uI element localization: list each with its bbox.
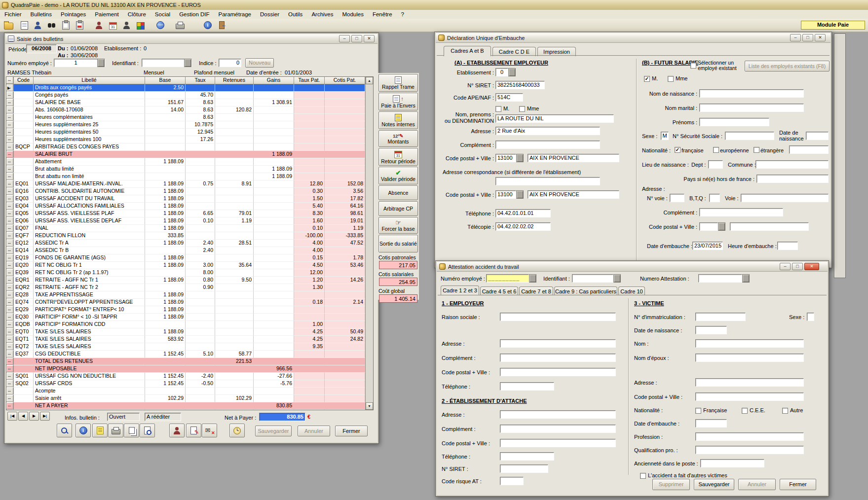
cell-taux[interactable] (186, 225, 215, 232)
table-row[interactable]: SALAIRE DE BASE151.678.631 308.91 (6, 99, 373, 107)
forcer-base-button[interactable]: ☞Forcer la base (378, 217, 418, 234)
table-row[interactable]: Brut abattu limité1 188.09 (6, 166, 373, 173)
menu-pointages[interactable]: Pointages (56, 10, 90, 18)
menu-dossier[interactable]: Dossier (256, 10, 284, 18)
cell-retenues[interactable] (215, 328, 254, 336)
cell-retenues[interactable]: 58.77 (215, 351, 254, 358)
history-button[interactable] (229, 424, 245, 437)
cell-libelle[interactable]: URSSAF CSG NON DEDUCTIBLE (34, 373, 145, 380)
cell-code[interactable]: EQ37 (14, 351, 34, 358)
row-selector[interactable] (6, 402, 14, 410)
tab-cadre-10[interactable]: Cadre 10 (618, 286, 645, 295)
cell-taux-pat[interactable] (294, 129, 325, 136)
cell-gains[interactable] (254, 92, 294, 99)
row-selector[interactable] (6, 247, 14, 254)
row-selector[interactable] (6, 336, 14, 343)
table-row[interactable]: Abattement1 188.09 (6, 158, 373, 166)
cell-taux-pat[interactable]: 1.30 (294, 284, 325, 291)
menu-archives[interactable]: Archives (307, 10, 338, 18)
cell-libelle[interactable]: TAXE APPRENTISSAGE (34, 291, 145, 299)
europeenne-checkbox[interactable] (713, 147, 719, 153)
complement-field[interactable] (500, 354, 616, 362)
table-row[interactable]: Abs. 160608-17060814.008.63120.82 (6, 107, 373, 114)
cell-gains[interactable] (254, 343, 294, 351)
cell-retenues[interactable] (215, 306, 254, 314)
app-title-bar[interactable]: QuadraPaie - demo - LA ROUTE DU NIL 1310… (0, 0, 868, 10)
cell-base[interactable] (145, 388, 186, 395)
cell-base[interactable]: 1 188.09 (145, 254, 186, 262)
cell-taux-pat[interactable] (294, 388, 325, 395)
cell-libelle[interactable]: FONDS DE GARANTIE (AGS) (34, 254, 145, 262)
cell-taux[interactable]: 0.75 (186, 180, 215, 188)
cell-taux-pat[interactable]: 0.18 (294, 299, 325, 306)
cell-taux[interactable]: 17.26 (186, 136, 215, 143)
row-selector[interactable] (6, 291, 14, 299)
cell-retenues[interactable]: 8.91 (215, 180, 254, 188)
cell-cotis-pat[interactable] (325, 121, 365, 129)
table-row[interactable]: EQF7REDUCTION FILLON333.85-100.00-333.85 (6, 232, 373, 240)
cell-cotis-pat[interactable]: 152.08 (325, 180, 365, 188)
cell-gains[interactable] (254, 114, 294, 121)
minimize-icon[interactable]: – (790, 34, 801, 41)
info-button[interactable] (201, 19, 214, 31)
row-selector[interactable] (6, 299, 14, 306)
cell-taux-pat[interactable]: 4.25 (294, 328, 325, 336)
adresse-victime-field[interactable] (695, 378, 804, 387)
cell-base[interactable]: 1 188.09 (145, 299, 186, 306)
cee-checkbox[interactable] (742, 408, 748, 414)
table-row[interactable]: Heures supplémentaires 5012.945 (6, 129, 373, 136)
cell-retenues[interactable] (215, 291, 254, 299)
row-selector[interactable] (6, 121, 14, 129)
cp-ville-field[interactable] (500, 368, 616, 376)
cell-retenues[interactable] (215, 158, 254, 166)
etablissement-dropdown[interactable] (508, 68, 516, 76)
cell-taux-pat[interactable]: 0.10 (294, 225, 325, 232)
cell-gains[interactable] (254, 306, 294, 314)
cell-taux-pat[interactable]: 9.35 (294, 343, 325, 351)
cell-cotis-pat[interactable] (325, 291, 365, 299)
cell-taux[interactable] (186, 203, 215, 210)
row-selector[interactable] (6, 328, 14, 336)
btq-field[interactable] (709, 194, 720, 202)
cell-code[interactable]: EQ19 (14, 254, 34, 262)
cell-gains[interactable]: 1 188.09 (254, 151, 294, 158)
cell-code[interactable] (14, 136, 34, 143)
cell-taux[interactable] (186, 365, 215, 373)
cell-code[interactable]: EQ05 (14, 210, 34, 217)
cell-code[interactable]: SQ02 (14, 380, 34, 388)
annuler-button[interactable]: Annuler (738, 479, 776, 490)
row-selector[interactable] (6, 195, 14, 203)
cell-retenues[interactable] (215, 321, 254, 328)
cell-code[interactable]: EQR2 (14, 284, 34, 291)
employee-button[interactable] (32, 19, 44, 31)
telephone-field[interactable]: 04.42.01.01.01 (495, 209, 551, 217)
cp-dropdown[interactable] (718, 222, 725, 231)
cell-taux[interactable]: 8.00 (186, 269, 215, 277)
cell-libelle[interactable]: Brut abattu non limité (34, 173, 145, 180)
cell-gains[interactable]: 1 188.09 (254, 173, 294, 180)
cell-code[interactable] (14, 402, 34, 410)
complement-field[interactable] (495, 141, 600, 149)
cell-taux-pat[interactable] (294, 365, 325, 373)
maximize-icon[interactable]: □ (792, 263, 803, 270)
cell-base[interactable] (145, 402, 186, 410)
cell-gains[interactable] (254, 247, 294, 254)
cell-retenues[interactable] (215, 388, 254, 395)
bulletin-calendar-button[interactable] (107, 19, 119, 31)
cell-code[interactable]: EQT1 (14, 336, 34, 343)
cell-taux[interactable]: 12.945 (186, 129, 215, 136)
cell-cotis-pat[interactable]: 3.56 (325, 188, 365, 195)
cell-base[interactable] (145, 247, 186, 254)
nom-field[interactable] (695, 339, 804, 348)
table-row[interactable]: EQ20RET NC OBLIG Tr 11 188.093.0035.644.… (6, 262, 373, 269)
cell-cotis-pat[interactable] (325, 136, 365, 143)
cell-gains[interactable] (254, 321, 294, 328)
cell-gains[interactable] (254, 254, 294, 262)
cell-libelle[interactable]: CONTRI°DEVELOPPT APPRENTISSAGE (34, 299, 145, 306)
cell-retenues[interactable] (215, 402, 254, 410)
cell-base[interactable]: 1 152.45 (145, 351, 186, 358)
identifiant-field[interactable] (572, 274, 613, 283)
cell-libelle[interactable]: RETRAITE - AGFF NC Tr 1 (34, 277, 145, 284)
cell-base[interactable] (145, 269, 186, 277)
cell-libelle[interactable]: PARTICIP° FORM° < 10 -SI TAPPR (34, 314, 145, 321)
